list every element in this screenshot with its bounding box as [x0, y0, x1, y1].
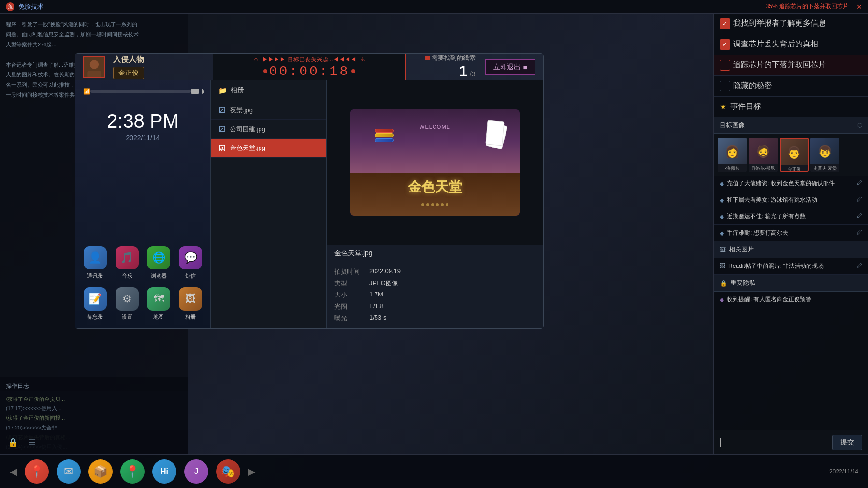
- target-thumb-4[interactable]: 👦 史普夫·麦堡: [810, 138, 839, 172]
- exit-button[interactable]: 立即退出 ■: [485, 59, 535, 75]
- app-label-music: 音乐: [122, 272, 132, 280]
- op-log-item-3: /获得了金正俊的新闻报...: [6, 414, 183, 423]
- file-item-3[interactable]: 🖼 金色天堂.jpg: [211, 139, 326, 158]
- taskbar-back[interactable]: ◀: [10, 466, 17, 477]
- related-image-text: Readit帖子中的照片: 非法活动的现场: [728, 262, 824, 270]
- bottom-left-bar: 🔒 ☰: [0, 430, 188, 454]
- phone-status-bar: 📶: [83, 88, 203, 95]
- related-image-icon: 🖼: [720, 262, 725, 269]
- card-1: [485, 120, 504, 146]
- meta-val-exposure: 1/53 s: [369, 314, 535, 323]
- app-maps[interactable]: 🗺 地图: [147, 287, 171, 321]
- window-body: 📶 2:38 PM 2022/11/14 👤 通讯录 🎵 音乐 🌐: [75, 80, 543, 328]
- taskbar-app-6[interactable]: J: [184, 459, 208, 484]
- taskbar-app-7[interactable]: 🎭: [216, 459, 240, 484]
- clues-indicator: [425, 56, 430, 60]
- dot-1: [421, 203, 424, 206]
- taskbar-forward[interactable]: ▶: [248, 466, 255, 477]
- app-icon-music: 🎵: [116, 246, 139, 269]
- taskbar-app-2[interactable]: ✉: [57, 459, 81, 484]
- intrude-label: 入侵人物: [113, 55, 144, 65]
- op-log-item-1: /获得了金正俊的金贡贝...: [6, 395, 183, 404]
- expand-icon[interactable]: ⬡: [857, 122, 862, 129]
- privacy-icon: 🔒: [720, 280, 727, 287]
- related-images-title: 相关图片: [729, 245, 754, 254]
- folder-icon: 📁: [218, 87, 227, 94]
- clue-bullet-2: ◆: [720, 197, 724, 204]
- taskbar-right: 2022/11/14: [829, 468, 858, 475]
- list-icon: ☰: [28, 437, 36, 448]
- clues-current: 1: [459, 62, 468, 80]
- taskbar-app-5[interactable]: Hi: [152, 459, 176, 484]
- clue-text-4: 手痒难耐: 想要打高尔夫: [727, 229, 788, 237]
- meta-key-aperture: 光圈: [334, 302, 360, 311]
- thumb-face-4: 👦: [810, 138, 839, 164]
- event-target-label: 事件目标: [730, 102, 761, 112]
- casino-dots: [421, 203, 448, 206]
- app-music[interactable]: 🎵 音乐: [115, 246, 139, 280]
- dot-6: [446, 203, 448, 206]
- app-browser[interactable]: 🌐 浏览器: [147, 246, 171, 280]
- file-icon-2: 🖼: [218, 125, 225, 133]
- event-target-row: ★ 事件目标: [714, 97, 868, 117]
- app-settings[interactable]: ⚙ 设置: [115, 287, 139, 321]
- close-button[interactable]: ✕: [856, 3, 862, 11]
- signal-icon: 📶: [83, 88, 90, 95]
- related-images-icon: 🖼: [720, 246, 726, 253]
- app-label-settings: 设置: [122, 313, 132, 321]
- related-image-mark: 🖊: [856, 262, 862, 269]
- file-item-1[interactable]: 🖼 夜景.jpg: [211, 101, 326, 120]
- privacy-text: 收到提醒: 有人匿名向金正俊预警: [727, 296, 811, 304]
- target-thumb-3[interactable]: 👨 金正俊: [780, 138, 809, 172]
- app-icon-notes: 📝: [84, 287, 107, 311]
- app-contacts[interactable]: 👤 通讯录: [83, 246, 107, 280]
- meta-key-exposure: 曝光: [334, 314, 360, 323]
- app-title: 兔脸技术: [18, 2, 43, 11]
- app-icon-settings: ⚙: [116, 287, 139, 311]
- clues-section: 需要找到的线索 1 /3 立即退出 ■: [417, 54, 543, 80]
- target-thumb-1[interactable]: 👩 ·洛佩兹: [718, 138, 747, 172]
- meta-key-type: 类型: [334, 279, 360, 288]
- meta-key-size: 大小: [334, 291, 360, 299]
- app-label-browser: 浏览器: [151, 272, 167, 280]
- taskbar-app-3[interactable]: 📦: [88, 459, 113, 484]
- app-sms[interactable]: 💬 短信: [178, 246, 203, 280]
- target-images-row: 👩 ·洛佩兹 🧔 乔洛尔·邦尼格 👨 金正俊 👦 史普夫·麦堡: [714, 134, 868, 176]
- clue-4: ◆ 手痒难耐: 想要打高尔夫 🖊: [714, 225, 868, 241]
- submit-button[interactable]: 提交: [832, 435, 862, 450]
- taskbar-app-4[interactable]: 📍: [120, 459, 145, 484]
- clue-text-2: 和下属去看美女: 游泳馆有跳水活动: [727, 196, 817, 204]
- main-window: 入侵人物 金正俊 ⚠ ▶▶▶▶ 目标已丧失兴趣...◀◀◀◀ ⚠ 00:00:1…: [75, 53, 544, 329]
- timer-time: 00:00:18: [269, 64, 349, 79]
- file-item-2[interactable]: 🖼 公司团建.jpg: [211, 120, 326, 139]
- top-bar: 兔 兔脸技术 35% 追踪芯片的下落并取回芯片 ✕: [0, 0, 868, 14]
- dot-5: [441, 203, 444, 206]
- chip-2: [375, 133, 394, 137]
- clues-info: 需要找到的线索 1 /3: [425, 54, 476, 80]
- submit-input[interactable]: [724, 439, 828, 446]
- clue-3: ◆ 近期赌运不佳: 输光了所有点数 🖊: [714, 208, 868, 225]
- exit-icon: ■: [523, 63, 527, 71]
- clue-bullet-3: ◆: [720, 213, 724, 220]
- notch: [90, 90, 191, 93]
- obj-text-3: 追踪芯片的下落并取回芯片: [733, 60, 826, 70]
- clues-label-row: 需要找到的线索: [425, 54, 476, 62]
- app-photos[interactable]: 🖼 相册: [178, 287, 203, 321]
- battery-fill: [191, 89, 199, 94]
- top-bar-right: 35% 追踪芯片的下落并取回芯片 ✕: [766, 2, 862, 11]
- taskbar-app-1[interactable]: 📍: [25, 459, 49, 484]
- timer-section: ⚠ ▶▶▶▶ 目标已丧失兴趣...◀◀◀◀ ⚠ 00:00:18: [213, 54, 406, 80]
- file-panel-header: 📁 相册: [211, 80, 326, 101]
- target-thumb-2[interactable]: 🧔 乔洛尔·邦尼格: [749, 138, 778, 172]
- obj-box-3: [720, 60, 730, 71]
- dot-2: [426, 203, 429, 206]
- intrude-info: 入侵人物 金正俊: [113, 55, 144, 79]
- app-notes[interactable]: 📝 备忘录: [83, 287, 107, 321]
- battery-icon: [191, 89, 203, 94]
- clue-mark-1: 🖊: [856, 179, 862, 186]
- privacy-bullet: ◆: [720, 296, 724, 303]
- thumb-face-3: 👨: [781, 139, 808, 165]
- preview-panel: ♠ WELCOME 金色天堂: [327, 80, 543, 328]
- target-images-title: 目标画像: [720, 121, 745, 130]
- clues-label: 需要找到的线索: [432, 54, 476, 62]
